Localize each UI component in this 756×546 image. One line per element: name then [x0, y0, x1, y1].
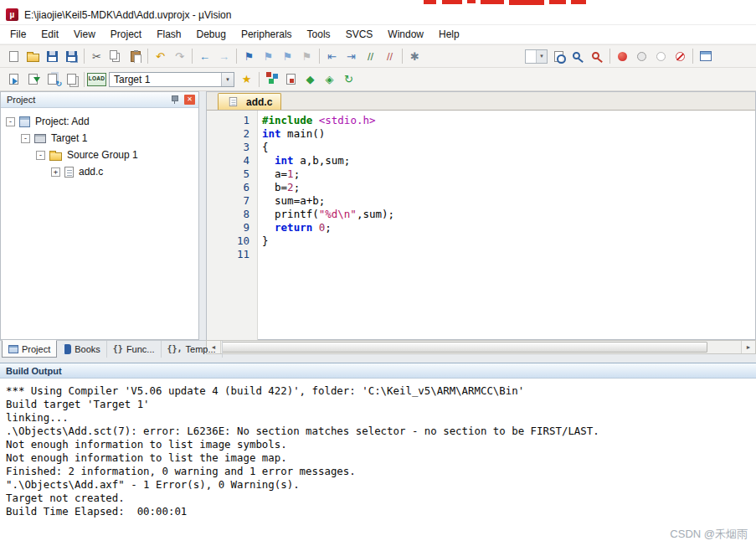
build-output-line: .\Objects\Add.sct(7): error: L6236E: No …	[6, 425, 756, 438]
manage-project-items-icon[interactable]	[262, 70, 281, 89]
build-output-line: Build Time Elapsed: 00:00:01	[6, 505, 756, 518]
code-line[interactable]: 1#include <stdio.h>	[207, 114, 755, 127]
tree-item-project-add[interactable]: -Project: Add	[1, 113, 198, 130]
batch-build-icon[interactable]	[62, 70, 81, 89]
toolbar-main: ✂↶↷←→⚑⚑⚑⚑⇤⇥////✱▼	[0, 44, 756, 68]
save-all-icon[interactable]	[62, 47, 81, 65]
file-icon	[229, 97, 237, 106]
project-tree: -Project: Add-Target 1-Source Group 1+ad…	[1, 108, 198, 180]
navigate-back-icon[interactable]: ←	[195, 47, 214, 65]
workspace-tab-func[interactable]: {}Func...	[107, 341, 162, 358]
rebuild-icon[interactable]	[43, 70, 62, 89]
build-output-panel[interactable]: *** Using Compiler 'V5.06 update 4 (buil…	[0, 379, 756, 546]
expand-icon[interactable]: +	[51, 167, 60, 177]
target-select-value: Target 1	[110, 74, 221, 85]
previous-bookmark-icon[interactable]: ⚑	[259, 47, 278, 65]
cut-icon[interactable]: ✂	[87, 47, 106, 65]
editor-tab-add-c[interactable]: add.c	[218, 93, 281, 110]
redo-icon[interactable]: ↷	[170, 47, 189, 65]
editor-window-icon[interactable]	[696, 47, 715, 65]
rte-components-icon[interactable]: ◈	[320, 70, 339, 89]
close-icon[interactable]: ✕	[184, 95, 195, 105]
uncomment-icon[interactable]: //	[380, 47, 399, 65]
unindent-icon[interactable]: ⇤	[322, 47, 342, 65]
scrollbar-thumb[interactable]	[222, 342, 707, 353]
code-text: b=2;	[257, 181, 300, 194]
new-file-icon[interactable]	[4, 47, 23, 65]
menu-item-help[interactable]: Help	[431, 26, 467, 43]
next-bookmark-icon[interactable]: ⚑	[278, 47, 297, 65]
collapse-icon[interactable]: -	[21, 134, 30, 143]
code-line[interactable]: 9 return 0;	[207, 221, 755, 234]
build-output-header[interactable]: Build Output	[0, 363, 756, 379]
disable-all-breakpoints-icon[interactable]	[651, 47, 671, 65]
tree-item-add-c[interactable]: +add.c	[1, 163, 198, 180]
navigate-forward-icon[interactable]: →	[214, 47, 234, 65]
code-line[interactable]: 6 b=2;	[207, 181, 755, 194]
toolbar-separator	[236, 49, 237, 64]
workspace-tab-label: Temp...	[186, 344, 216, 354]
insert-breakpoint-icon[interactable]	[613, 47, 632, 65]
workspace-tab-temp[interactable]: {},Temp...	[162, 341, 223, 358]
scroll-right-button[interactable]: ►	[741, 341, 755, 353]
comment-icon[interactable]: //	[361, 47, 380, 65]
toggle-bookmark-icon[interactable]: ⚑	[239, 47, 259, 65]
tree-item-target-1[interactable]: -Target 1	[1, 130, 198, 147]
paste-icon[interactable]	[126, 47, 145, 65]
save-file-icon[interactable]	[43, 47, 62, 65]
download-icon[interactable]: LOAD	[87, 70, 106, 89]
code-text: #include <stdio.h>	[257, 114, 375, 127]
code-line[interactable]: 2int main()	[207, 127, 755, 141]
menu-item-window[interactable]: Window	[380, 26, 431, 43]
code-line[interactable]: 7 sum=a+b;	[207, 194, 755, 208]
code-editor[interactable]: 1#include <stdio.h>2int main()3{4 int a,…	[207, 111, 755, 340]
build-output-line: *** Using Compiler 'V5.06 update 4 (buil…	[6, 384, 756, 398]
clear-bookmarks-icon[interactable]: ⚑	[297, 47, 316, 65]
build-icon[interactable]	[23, 70, 43, 89]
pack-installer-icon[interactable]: ↻	[339, 70, 358, 89]
pin-icon[interactable]	[171, 95, 178, 104]
collapse-icon[interactable]: -	[36, 151, 45, 160]
code-line[interactable]: 4 int a,b,sum;	[207, 154, 755, 167]
toolbar-separator	[319, 49, 320, 64]
menu-item-view[interactable]: View	[66, 26, 103, 43]
find-icon[interactable]	[568, 47, 588, 65]
build-output-line: linking...	[6, 411, 756, 425]
translate-file-icon[interactable]	[4, 70, 23, 89]
code-line[interactable]: 8 printf("%d\n",sum);	[207, 208, 755, 221]
open-file-icon[interactable]	[23, 47, 43, 65]
manage-rte-icon[interactable]: ◆	[301, 70, 320, 89]
tree-item-source-group-1[interactable]: -Source Group 1	[1, 147, 198, 163]
collapse-icon[interactable]: -	[6, 117, 15, 126]
disable-breakpoint-icon[interactable]	[632, 47, 651, 65]
dropdown-arrow-icon[interactable]: ▼	[221, 73, 234, 86]
menu-item-svcs[interactable]: SVCS	[338, 26, 381, 43]
code-line[interactable]: 3{	[207, 141, 755, 154]
build-output-line: Build target 'Target 1'	[6, 398, 756, 411]
indent-icon[interactable]: ⇥	[342, 47, 361, 65]
menu-item-tools[interactable]: Tools	[300, 26, 338, 43]
workspace-tab-books[interactable]: Books	[57, 341, 107, 358]
book-icon	[63, 344, 71, 354]
code-line[interactable]: 10}	[207, 234, 755, 248]
code-line[interactable]: 5 a=1;	[207, 167, 755, 181]
configure-icon[interactable]: ✱	[405, 47, 424, 65]
undo-icon[interactable]: ↶	[151, 47, 170, 65]
incremental-find-icon[interactable]	[588, 47, 607, 65]
menu-item-flash[interactable]: Flash	[149, 26, 188, 43]
workspace-tab-project[interactable]: Project	[2, 340, 57, 358]
menu-item-file[interactable]: File	[3, 26, 33, 43]
find-in-files-icon[interactable]	[549, 47, 568, 65]
history-dropdown[interactable]: ▼	[525, 49, 548, 64]
menu-item-project[interactable]: Project	[103, 26, 149, 43]
menu-item-debug[interactable]: Debug	[189, 26, 234, 43]
copy-icon[interactable]	[106, 47, 126, 65]
target-select[interactable]: Target 1▼	[109, 72, 234, 87]
target-options-icon[interactable]: ★	[237, 70, 256, 89]
file-extensions-icon[interactable]	[281, 70, 301, 89]
menu-item-peripherals[interactable]: Peripherals	[234, 26, 300, 43]
menu-item-edit[interactable]: Edit	[33, 26, 66, 43]
code-line[interactable]: 11	[207, 248, 755, 261]
horizontal-scrollbar[interactable]: ◄ ►	[206, 340, 756, 354]
kill-all-breakpoints-icon[interactable]	[671, 47, 690, 65]
